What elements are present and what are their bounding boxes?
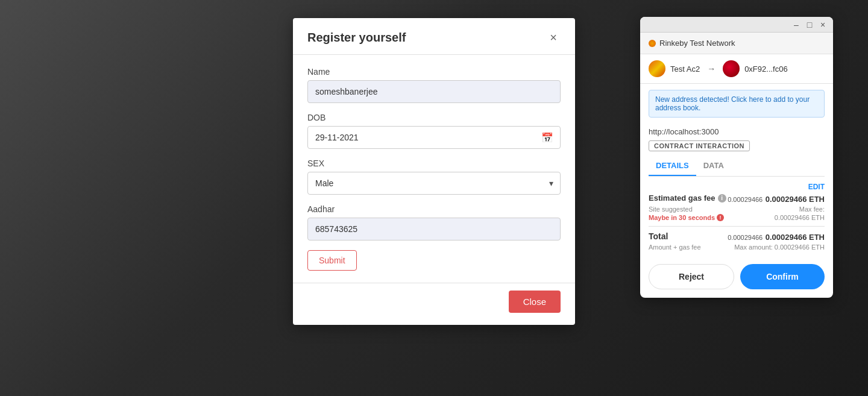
- metamask-details-panel: EDIT Estimated gas fee i 0.00029466 0.00…: [640, 177, 833, 257]
- max-amount-text: Max amount: 0.00029466 ETH: [734, 244, 825, 251]
- aadhar-field-group: Aadhar: [307, 204, 561, 240]
- dob-label: DOB: [307, 113, 561, 122]
- close-browser-button[interactable]: ×: [816, 18, 829, 31]
- max-fee-label: Max fee:: [799, 206, 825, 213]
- gas-value-large: 0.00029466 ETH: [766, 195, 825, 204]
- site-suggested-row: Site suggested Max fee:: [649, 206, 825, 213]
- close-button[interactable]: Close: [509, 291, 561, 313]
- network-label: Rinkeby Test Network: [659, 39, 735, 48]
- total-label: Total: [649, 231, 668, 241]
- metamask-tabs: DETAILS DATA: [649, 156, 825, 177]
- contract-interaction-badge: CONTRACT INTERACTION: [649, 140, 750, 151]
- source-account-avatar: [649, 60, 665, 77]
- source-account-name: Test Ac2: [670, 64, 700, 74]
- maximize-button[interactable]: □: [803, 18, 816, 31]
- register-modal: Register yourself × Name DOB 📅 SEX Male …: [293, 18, 575, 325]
- target-account-avatar: [723, 60, 740, 77]
- edit-link[interactable]: EDIT: [649, 183, 825, 191]
- metamask-network-header: Rinkeby Test Network: [640, 33, 833, 54]
- submit-button[interactable]: Submit: [307, 250, 357, 271]
- register-modal-title: Register yourself: [307, 31, 406, 45]
- dob-input-wrapper: 📅: [307, 126, 561, 149]
- sex-field-group: SEX Male Female Other ▾: [307, 159, 561, 195]
- timing-text: Maybe in 30 seconds !: [649, 214, 724, 221]
- amount-gas-row: Amount + gas fee Max amount: 0.00029466 …: [649, 244, 825, 251]
- metamask-action-buttons: Reject Confirm: [640, 257, 833, 298]
- gas-fee-label: Estimated gas fee i: [649, 193, 726, 203]
- amount-gas-label: Amount + gas fee: [649, 244, 701, 251]
- arrow-right-icon: →: [707, 64, 715, 74]
- timing-maxfee-row: Maybe in 30 seconds ! 0.00029466 ETH: [649, 214, 825, 221]
- notice-banner[interactable]: New address detected! Click here to add …: [649, 90, 825, 118]
- total-row: Total 0.00029466 0.00029466 ETH: [649, 231, 825, 242]
- network-indicator[interactable]: Rinkeby Test Network: [649, 39, 735, 48]
- tab-data[interactable]: DATA: [696, 156, 731, 176]
- total-values: 0.00029466 0.00029466 ETH: [728, 231, 825, 242]
- site-suggested-label: Site suggested: [649, 206, 693, 213]
- gas-fee-row: Estimated gas fee i 0.00029466 0.0002946…: [649, 193, 825, 204]
- tab-details[interactable]: DETAILS: [649, 156, 696, 176]
- reject-button[interactable]: Reject: [649, 264, 734, 289]
- site-url: http://localhost:3000: [640, 124, 833, 140]
- register-modal-footer: Close: [293, 283, 575, 325]
- name-field-group: Name: [307, 67, 561, 103]
- gas-fee-values: 0.00029466 0.00029466 ETH: [728, 193, 825, 204]
- sex-select[interactable]: Male Female Other: [307, 172, 561, 195]
- dob-field-group: DOB 📅: [307, 113, 561, 149]
- metamask-popup: – □ × Rinkeby Test Network Test Ac2 → 0x…: [640, 17, 833, 298]
- sex-label: SEX: [307, 159, 561, 168]
- gas-value-small: 0.00029466: [728, 196, 763, 203]
- register-modal-close-x-button[interactable]: ×: [546, 30, 561, 45]
- submit-button-wrapper: Submit: [307, 250, 561, 271]
- target-account-address: 0xF92...fc06: [744, 64, 788, 74]
- warning-icon: !: [717, 214, 724, 221]
- aadhar-label: Aadhar: [307, 204, 561, 214]
- confirm-button[interactable]: Confirm: [740, 264, 825, 289]
- name-label: Name: [307, 67, 561, 77]
- total-value-large: 0.00029466 ETH: [766, 233, 825, 242]
- max-fee-value: 0.00029466 ETH: [775, 214, 825, 221]
- minimize-button[interactable]: –: [790, 18, 803, 31]
- register-modal-header: Register yourself ×: [293, 18, 575, 55]
- network-dot-icon: [649, 40, 656, 47]
- dob-input[interactable]: [307, 126, 561, 149]
- gas-info-icon[interactable]: i: [718, 194, 726, 203]
- metamask-browser-chrome: – □ ×: [640, 17, 833, 33]
- register-modal-body: Name DOB 📅 SEX Male Female Other ▾ Aadha…: [293, 55, 575, 283]
- total-value-small: 0.00029466: [728, 234, 763, 241]
- divider: [649, 226, 825, 227]
- aadhar-input[interactable]: [307, 218, 561, 240]
- accounts-row: Test Ac2 → 0xF92...fc06: [640, 54, 833, 84]
- sex-select-wrapper: Male Female Other ▾: [307, 172, 561, 195]
- name-input[interactable]: [307, 80, 561, 103]
